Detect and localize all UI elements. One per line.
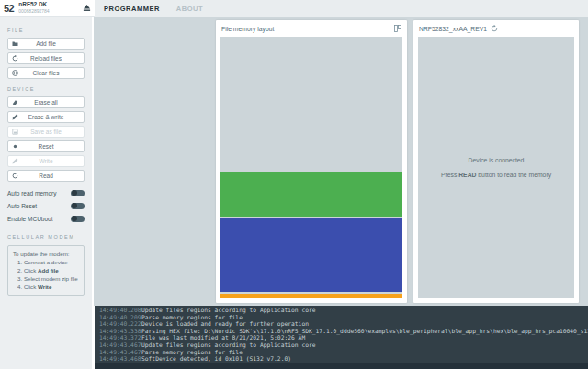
- modem-instructions: To update the modem: 1. Connect a device…: [7, 245, 85, 296]
- toggle-knob: [72, 203, 77, 208]
- save-as-file-button[interactable]: Save as file: [7, 126, 85, 138]
- log-timestamp: 14:49:40.209: [99, 314, 141, 321]
- button-label: Add file: [8, 40, 84, 47]
- file-section-label: FILE: [7, 28, 85, 33]
- reload-files-button[interactable]: Reload files: [7, 52, 85, 64]
- read-hint: Press READ button to read the memory: [441, 172, 551, 178]
- button-label: Clear files: [8, 70, 84, 76]
- button-label: Save as file: [8, 129, 84, 135]
- enable-mcuboot-toggle[interactable]: [71, 216, 85, 222]
- device-status: Device is connected: [469, 157, 525, 163]
- log-timestamp: 14:49:40.222: [99, 320, 141, 328]
- log-entry: 14:49:40.209Parse memory regions for fil…: [99, 314, 583, 321]
- log-message: Update files regions according to Applic…: [141, 307, 316, 314]
- top-bar: 52 nRF52 DK 000682892784 PROGRAMMER ABOU…: [0, 0, 588, 17]
- log-console[interactable]: 14:49:40.208Update files regions accordi…: [95, 306, 588, 369]
- file-memory-body: [220, 37, 402, 298]
- tab-about[interactable]: ABOUT: [176, 5, 203, 13]
- device-selector[interactable]: 52 nRF52 DK 000682892784: [0, 0, 95, 17]
- toggle-knob: [72, 190, 77, 196]
- memory-region-blue: [220, 218, 402, 292]
- nav-tabs: PROGRAMMER ABOUT: [104, 0, 203, 17]
- log-footer-strip: [95, 363, 588, 369]
- cellular-modem-section-label: CELLULAR MODEM: [7, 234, 85, 240]
- tab-programmer[interactable]: PROGRAMMER: [104, 5, 160, 13]
- log-entry: 14:49:40.222Device is loaded and ready f…: [99, 320, 583, 328]
- log-message: Device is loaded and ready for further o…: [141, 320, 309, 328]
- log-timestamp: 14:49:43.372: [99, 334, 141, 341]
- auto-read-memory-toggle[interactable]: [71, 190, 85, 196]
- log-message: Parse memory regions for file: [141, 349, 243, 356]
- erase-all-button[interactable]: Erase all: [7, 96, 85, 108]
- button-label: Reset: [8, 143, 84, 150]
- log-message: File was last modified at 8/21/2021, 5:0…: [141, 334, 305, 341]
- memory-region-orange: [220, 294, 402, 298]
- auto-reset-row: Auto Reset: [7, 199, 85, 212]
- log-timestamp: 14:49:43.338: [99, 328, 141, 335]
- toggle-label: Enable MCUboot: [7, 216, 53, 222]
- modem-intro: To update the modem:: [13, 250, 79, 258]
- log-message: Parse memory regions for file: [141, 314, 243, 321]
- erase-and-write-button[interactable]: Erase & write: [7, 111, 85, 123]
- modem-step: 4. Click Write: [13, 283, 79, 291]
- log-entry: 14:49:43.372File was last modified at 8/…: [99, 334, 583, 341]
- log-timestamp: 14:49:43.468: [99, 355, 141, 363]
- log-timestamp: 14:49:43.467: [99, 349, 141, 356]
- log-entry: 14:49:43.468SoftDevice detected, id 0x10…: [99, 355, 583, 363]
- card-title: File memory layout: [221, 26, 274, 32]
- add-file-button[interactable]: Add file: [7, 38, 85, 50]
- button-label: Erase & write: [8, 114, 84, 120]
- toggle-label: Auto Reset: [7, 203, 37, 209]
- log-message: Parsing HEX file: D:\Nordic SDK's\17.1.0…: [141, 328, 588, 335]
- auto-read-memory-row: Auto read memory: [7, 186, 85, 199]
- device-memory-card: NRF52832_xxAA_REV1 Device is connected P…: [413, 20, 579, 303]
- device-name: nRF52 DK: [18, 2, 83, 8]
- memory-layout-icon[interactable]: [394, 25, 401, 32]
- button-label: Reload files: [8, 55, 84, 62]
- device-section-label: DEVICE: [7, 86, 85, 92]
- memory-region-free: [220, 37, 402, 172]
- log-timestamp: 14:49:43.467: [99, 341, 141, 349]
- sidebar: FILE Add file Reload files Clear files D…: [0, 17, 92, 369]
- enable-mcuboot-row: Enable MCUboot: [7, 212, 85, 225]
- log-timestamp: 14:49:40.208: [99, 307, 141, 314]
- device-selector-expand-icon[interactable]: [83, 4, 91, 12]
- modem-step: 2. Click Add file: [13, 266, 79, 274]
- log-message: Update files regions according to Applic…: [141, 341, 316, 349]
- log-entries: 14:49:40.208Update files regions accordi…: [95, 306, 588, 363]
- toggle-label: Auto read memory: [7, 190, 56, 196]
- card-header: File memory layout: [216, 20, 407, 37]
- log-entry: 14:49:43.338Parsing HEX file: D:\Nordic …: [99, 328, 583, 335]
- refresh-circle-icon[interactable]: [491, 25, 498, 32]
- log-message: SoftDevice detected, id 0x101 (S132 v7.2…: [141, 355, 291, 363]
- device-serial: 000682892784: [18, 9, 83, 14]
- memory-region-stack: [220, 37, 402, 298]
- clear-files-button[interactable]: Clear files: [7, 67, 85, 79]
- nordic-logo: 52: [4, 3, 14, 14]
- write-button[interactable]: Write: [7, 155, 85, 167]
- button-label: Erase all: [8, 99, 84, 106]
- button-label: Read: [8, 173, 84, 179]
- log-entry: 14:49:43.467Update files regions accordi…: [99, 341, 583, 349]
- auto-reset-toggle[interactable]: [71, 203, 85, 209]
- log-entry: 14:49:43.467Parse memory regions for fil…: [99, 349, 583, 356]
- log-entry: 14:49:40.208Update files regions accordi…: [99, 307, 583, 314]
- programmer-app: 52 nRF52 DK 000682892784 PROGRAMMER ABOU…: [0, 0, 588, 369]
- button-label: Write: [8, 158, 84, 164]
- memory-region-green: [220, 172, 402, 218]
- modem-step: 3. Select modem zip file: [13, 274, 79, 283]
- file-memory-layout-card: File memory layout: [216, 20, 407, 303]
- read-button[interactable]: Read: [7, 170, 85, 182]
- device-memory-body: Device is connected Press READ button to…: [418, 37, 574, 298]
- card-title: NRF52832_xxAA_REV1: [419, 26, 487, 32]
- toggle-knob: [72, 216, 77, 221]
- reset-button[interactable]: Reset: [7, 140, 85, 152]
- modem-step: 1. Connect a device: [13, 258, 79, 266]
- card-header: NRF52832_xxAA_REV1: [413, 20, 579, 37]
